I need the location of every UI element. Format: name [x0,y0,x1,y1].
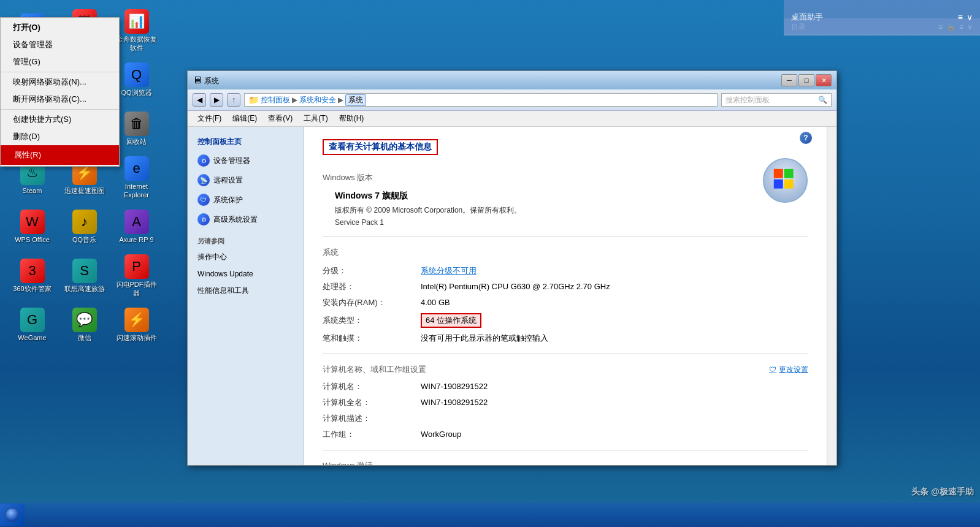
main-content: ? 查看有关计算机的基本信息 [304,127,827,465]
context-menu: 打开(O) 设备管理器 管理(G) 映射网络驱动器(N)... 断开网络驱动器(… [0,17,120,167]
menu-edit[interactable]: 编辑(E) [228,112,262,126]
computer-fullname-label: 计算机全名： [323,397,421,408]
menu-help[interactable]: 帮助(H) [334,112,369,126]
speedup-label: 迅速提速图图 [64,187,105,195]
left-nav-advanced[interactable]: ⚙ 高级系统设置 [188,210,304,229]
context-menu-delete[interactable]: 删除(D) [1,128,119,145]
breadcrumb: 📁 控制面板 ▶ 系统和安全 ▶ 系统 [248,94,366,106]
system-info-row-1: 处理器： Intel(R) Pentium(R) CPU G630 @ 2.70… [323,281,808,292]
computer-fullname-value: WIN7-1908291522 [421,398,488,407]
breadcrumb-system[interactable]: 系统 [345,94,366,106]
desktop-icon-360soft[interactable]: 3 360软件管家 [6,251,58,300]
assistant-controls[interactable]: ≡ ∨ [958,12,973,22]
svg-rect-3 [774,180,783,189]
context-menu-disconnect-drive[interactable]: 断开网络驱动器(C)... [1,91,119,108]
left-nav-windows-update[interactable]: Windows Update [188,266,304,282]
start-orb-svg [5,507,20,522]
desktop-icon-flash2[interactable]: ⚡ 闪速滚动插件 [110,300,163,349]
desktop-icon-qqmusic[interactable]: ♪ QQ音乐 [58,202,110,251]
context-menu-device[interactable]: 设备管理器 [1,36,119,53]
up-button[interactable]: ↑ [227,93,240,107]
computer-name-header: 计算机名称、域和工作组设置 [323,364,426,375]
desktop-icon-pdf[interactable]: P 闪电PDF插件器 [110,251,163,300]
maximize-button[interactable]: □ [798,74,814,86]
menu-file[interactable]: 文件(F) [193,112,226,126]
device-manager-icon: ⚙ [197,154,210,167]
window-title: 🖥 系统 [193,75,219,86]
divider-2 [323,354,808,354]
flash2-icon: ⚡ [124,308,149,332]
window-toolbar: ◀ ▶ ↑ 📁 控制面板 ▶ 系统和安全 ▶ 系统 搜索控制面板 🔍 [188,89,836,111]
computer-desc-row: 计算机描述： [323,413,808,424]
change-settings-link[interactable]: 🛡 更改设置 [769,365,808,375]
search-box[interactable]: 搜索控制面板 🔍 [721,93,832,107]
windows-version-header: Windows 版本 [323,172,808,183]
wegame-label: WeGame [18,334,46,342]
jindata-icon: 📊 [124,9,149,34]
forward-button[interactable]: ▶ [210,93,223,107]
svg-point-5 [6,508,19,521]
desktop-icon-wps[interactable]: W WPS Office [6,202,58,251]
assistant-title: 桌面助手 [791,12,823,23]
qqmusic-icon: ♪ [72,210,97,234]
computer-name-header-row: 计算机名称、域和工作组设置 🛡 更改设置 [323,364,808,375]
wangzhe-label: 联想高速旅游 [64,285,105,293]
left-nav-action-center[interactable]: 操作中心 [188,248,304,266]
window-titlebar: 🖥 系统 ─ □ ✕ [188,71,836,89]
wechat-icon: 💬 [72,308,97,332]
computer-fullname-row: 计算机全名： WIN7-1908291522 [323,397,808,408]
start-orb [5,507,20,522]
desktop-icon-wangzhe[interactable]: S 联想高速旅游 [58,251,110,300]
close-button[interactable]: ✕ [816,74,832,86]
back-button[interactable]: ◀ [193,93,206,107]
desktop-icon-axure[interactable]: A Axure RP 9 [110,202,163,251]
windows-logo-area [762,157,808,206]
left-nav-device-manager[interactable]: ⚙ 设备管理器 [188,151,304,170]
left-nav-performance[interactable]: 性能信息和工具 [188,282,304,300]
workgroup-label: 工作组： [323,429,421,440]
steam-label: Steam [23,187,42,195]
section-title: 查看有关计算机的基本信息 [323,139,438,155]
pdf-label: 闪电PDF插件器 [113,281,159,297]
system-value-0[interactable]: 系统分级不可用 [421,265,477,276]
system-value-3: 64 位操作系统 [421,313,481,328]
help-button[interactable]: ? [800,132,812,144]
system-value-1: Intel(R) Pentium(R) CPU G630 @ 2.70GHz 2… [421,282,610,291]
start-button[interactable] [0,504,25,526]
qqbrowser-icon: Q [124,63,149,87]
context-menu-shortcut[interactable]: 创建快捷方式(S) [1,111,119,128]
window-controls: ─ □ ✕ [781,74,832,86]
minimize-button[interactable]: ─ [781,74,797,86]
left-nav-title[interactable]: 控制面板主页 [188,133,304,151]
scrollbar-panel[interactable] [827,127,836,465]
system-value-4: 没有可用于此显示器的笔或触控输入 [421,333,548,344]
context-menu-open[interactable]: 打开(O) [1,19,119,36]
svg-rect-4 [784,180,794,189]
flash2-label: 闪速滚动插件 [117,334,157,342]
left-nav-remote[interactable]: 📡 远程设置 [188,170,304,190]
system-label-4: 笔和触摸： [323,333,421,344]
wps-label: WPS Office [15,236,50,244]
context-menu-sep2 [1,109,119,110]
system-label-3: 系统类型： [323,315,421,326]
wps-icon: W [20,210,45,234]
desktop-icon-wechat[interactable]: 💬 微信 [58,300,110,349]
windows-version: Windows 7 旗舰版 [335,191,808,202]
left-nav-protection[interactable]: 🛡 系统保护 [188,190,304,210]
breadcrumb-security[interactable]: 系统和安全 [299,95,336,105]
computer-name-row: 计算机名： WIN7-1908291522 [323,381,808,392]
menu-bar: 文件(F) 编辑(E) 查看(V) 工具(T) 帮助(H) [188,111,836,127]
protection-icon: 🛡 [197,194,210,206]
svg-rect-1 [774,169,783,178]
system-value-2: 4.00 GB [421,298,450,307]
service-pack: Service Pack 1 [335,218,808,227]
menu-view[interactable]: 查看(V) [263,112,297,126]
breadcrumb-controlpanel[interactable]: 控制面板 [261,95,290,105]
context-menu-map-drive[interactable]: 映射网络驱动器(N)... [1,74,119,91]
context-menu-manage[interactable]: 管理(G) [1,53,119,70]
address-bar[interactable]: 📁 控制面板 ▶ 系统和安全 ▶ 系统 [244,93,718,107]
context-menu-properties[interactable]: 属性(R) [1,145,119,165]
menu-tools[interactable]: 工具(T) [299,112,332,126]
system-info-row-2: 安装内存(RAM)： 4.00 GB [323,297,808,308]
desktop-icon-wegame[interactable]: G WeGame [6,300,58,349]
